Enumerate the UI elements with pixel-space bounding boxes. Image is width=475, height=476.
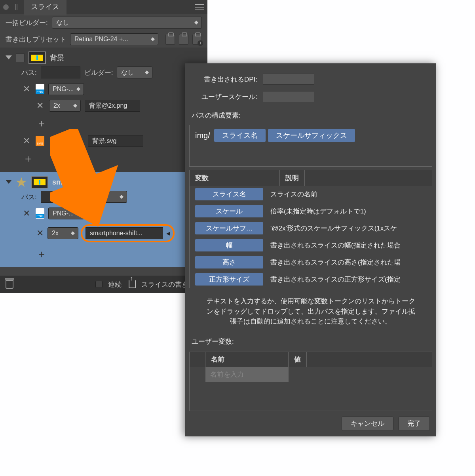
plus-icon[interactable]: ＋ [35,247,48,261]
caret-down-icon[interactable] [6,55,12,63]
chip-slice-name[interactable]: スライス名 [214,129,266,142]
done-button[interactable]: 完了 [398,416,430,431]
var-row: 高さ書き出されるスライスの高さ(指定された場 [190,254,432,271]
slice-color-swatch[interactable] [16,53,25,62]
user-vars-table: 名前 値 名前を入力 [189,352,432,411]
slice-name: 背景 [50,53,64,63]
batch-builder-label: 一括ビルダー: [6,18,48,27]
clipboard-2-icon[interactable] [179,34,188,45]
cancel-button[interactable]: キャンセル [342,416,393,431]
close-icon[interactable] [3,4,9,10]
dialog-buttons: キャンセル 完了 [342,416,430,431]
dpi-label: 書き出されるDPI: [196,75,257,84]
panel-menu-icon[interactable] [195,3,204,11]
plus-icon[interactable]: ＋ [35,116,48,130]
var-token-square-size[interactable]: 正方形サイズ [195,273,263,286]
var-desc: スライスの名前 [270,190,317,199]
user-scale-label: ユーザースケール: [196,92,257,101]
caret-down-icon[interactable] [6,180,12,187]
user-scale-input[interactable] [263,91,314,102]
var-token-height[interactable]: 高さ [195,256,263,268]
batch-builder-row: 一括ビルダー: なし [0,14,207,31]
col-variable: 変数 [190,170,280,186]
path-prefix[interactable]: img/ [194,131,212,140]
slice-header[interactable]: 背景 [6,51,202,64]
clipboard-add-icon[interactable] [192,34,202,45]
builder-select[interactable]: なし [91,191,127,203]
add-scale-row: ＋ [6,245,202,263]
filename-input[interactable]: 背景@2x.png [85,100,140,112]
var-token-slice-name[interactable]: スライス名 [195,188,263,200]
export-preset-row: 書き出しプリセット Retina PNG-24 +... [0,31,207,48]
clipboard-1-icon[interactable] [165,34,175,45]
slice-header[interactable]: sm ift [6,176,202,188]
var-desc: 書き出されるスライスの幅(指定された場合 [270,241,401,250]
dpi-row: 書き出されるDPI: [185,70,436,88]
close-icon[interactable]: ✕ [35,228,45,238]
user-var-row: 名前を入力 [190,367,432,382]
format-select[interactable]: PNG-... [48,83,84,95]
slice-thumbnail [28,51,46,64]
format-select[interactable]: PNG-... [48,208,84,219]
filename-input[interactable]: smartphone-shift... [86,227,163,239]
user-var-name-input[interactable]: 名前を入力 [205,367,289,382]
continuous-label: 連続 [108,280,122,289]
close-icon[interactable]: ✕ [21,84,32,94]
filename-input[interactable]: 背景.svg [88,135,143,147]
var-desc: 倍率(未指定時はデフォルトで1) [270,207,366,216]
builder-label: ダー: [72,192,88,202]
export-preset-label: 書き出しプリセット [6,35,66,44]
add-scale-row: ＋ [6,114,202,133]
slice-path-row: パス: ビルダー: なし [6,64,202,81]
slice-item-background: 背景 パス: ビルダー: なし ✕ PNG-... ✕ 2x 背景@2x.png… [0,48,207,172]
path-input[interactable] [41,67,80,78]
variables-header: 変数 説明 [190,170,432,186]
slice-item-smartphone: sm ift パス: ダー: なし ✕ PNG-... ✕ 2x smartph… [0,172,207,267]
close-icon[interactable]: ✕ [35,101,45,111]
builder-select[interactable]: なし [117,67,152,78]
col-name: 名前 [205,352,289,367]
continuous-checkbox[interactable] [95,281,103,288]
scale-row: ✕ 2x 背景@2x.png [6,97,202,114]
var-token-width[interactable]: 幅 [195,239,263,251]
output-svg-row: ✕ 背景.svg [6,133,202,149]
help-text: テキストを入力するか、使用可能な変数トークンのリストからトークンをドラッグしてド… [185,291,436,331]
trash-icon[interactable] [6,280,13,289]
var-token-scale-suffix[interactable]: スケールサフ… [195,222,263,234]
var-token-scale[interactable]: スケール [195,205,263,217]
scale-select[interactable]: 2x [49,100,81,112]
scale-row: ✕ 2x smartphone-shift... ◂ [6,222,202,245]
png-file-icon [36,208,44,219]
share-icon[interactable] [129,280,136,288]
close-icon[interactable]: ✕ [21,136,32,146]
var-row: 幅書き出されるスライスの幅(指定された場合 [190,237,432,254]
slice-path-row: パス: ダー: なし [6,188,202,205]
var-row: 正方形サイズ書き出されるスライスの正方形サイズ(指定 [190,271,432,288]
scale-select[interactable]: 2x [48,227,78,239]
plus-icon[interactable]: ＋ [21,152,35,166]
slices-panel: スライス 一括ビルダー: なし 書き出しプリセット Retina PNG-24 … [0,0,207,293]
drag-handle-icon[interactable] [15,4,20,10]
close-icon[interactable]: ✕ [21,208,32,219]
var-desc: 書き出されるスライスの正方形サイズ(指定 [270,275,401,284]
path-input[interactable] [41,191,68,203]
path-editor-dialog: 書き出されるDPI: ユーザースケール: パスの構成要素: img/ スライス名… [185,63,436,436]
titlebar: スライス [0,0,207,14]
batch-builder-select[interactable]: なし [52,17,202,29]
path-components-box[interactable]: img/ スライス名 スケールサフィックス [189,125,432,167]
chip-scale-suffix[interactable]: スケールサフィックス [268,129,355,142]
var-desc: '@2x'形式のスケールサフィックス(1xスケ [270,224,397,233]
variables-table: 変数 説明 スライス名スライスの名前 スケール倍率(未指定時はデフォルトで1) … [189,170,432,288]
output-png-row: ✕ PNG-... [6,81,202,97]
tab-slices[interactable]: スライス [24,0,66,15]
user-scale-row: ユーザースケール: [185,88,436,105]
dpi-input[interactable] [263,74,314,85]
png-file-icon [36,84,44,94]
export-preset-select[interactable]: Retina PNG-24 +... [70,33,158,45]
svg-file-icon [36,136,44,146]
path-components-header: パスの構成要素: [185,105,436,123]
output-png-row: ✕ PNG-... [6,205,202,222]
path-label: パス: [21,192,37,202]
user-vars-head: 名前 値 [190,352,432,367]
builder-label: ビルダー: [84,68,113,77]
